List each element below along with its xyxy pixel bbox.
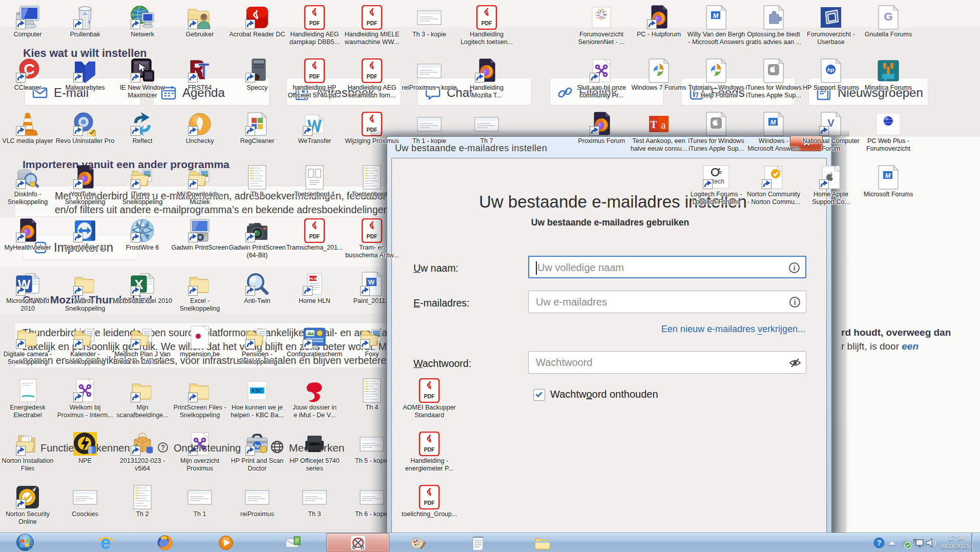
svg-text:?: ? (877, 539, 882, 547)
svg-text:hp: hp (255, 443, 260, 448)
svg-text:G: G (884, 10, 892, 23)
svg-text:PDF: PDF (424, 446, 435, 453)
svg-text:PDF: PDF (424, 500, 435, 506)
svg-text:PDF: PDF (424, 393, 435, 399)
svg-text:PDF: PDF (482, 20, 493, 26)
svg-text:hp: hp (827, 67, 835, 73)
svg-text:T: T (650, 119, 657, 130)
svg-text:PDF: PDF (367, 73, 378, 79)
svg-text:M: M (713, 12, 719, 19)
svg-text:PDF: PDF (309, 233, 321, 239)
svg-text:HLN: HLN (309, 277, 317, 280)
svg-text:M: M (770, 118, 777, 126)
svg-text:PDF: PDF (367, 20, 378, 26)
svg-text:PDF: PDF (309, 73, 321, 79)
svg-text:M: M (885, 172, 891, 179)
svg-text:PDF: PDF (309, 20, 321, 26)
svg-text:KBC: KBC (252, 388, 263, 394)
